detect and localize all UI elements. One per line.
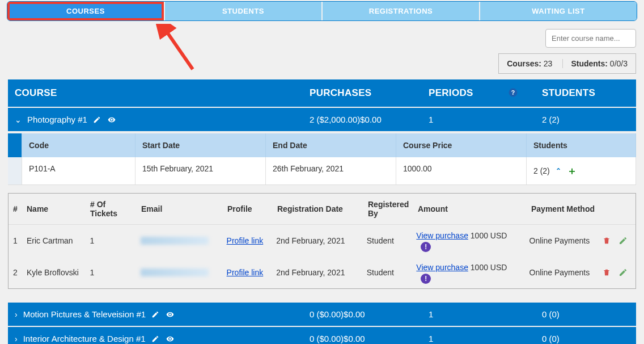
- col-periods: PERIODS ?: [422, 79, 535, 107]
- ih-pay: Payment Method: [527, 198, 600, 220]
- table-row: 1 Eric Cartman 1 Profile link 2nd Februa…: [9, 225, 635, 257]
- tab-courses[interactable]: COURSES: [7, 2, 164, 20]
- view-purchase-link[interactable]: View purchase: [416, 263, 468, 272]
- stats-students-value: 0/0/3: [610, 59, 628, 68]
- period-students: 2 (2): [533, 166, 550, 175]
- pencil-icon[interactable]: [151, 335, 159, 343]
- email-redacted: [141, 237, 209, 245]
- stats-students-label: Students:: [571, 59, 608, 68]
- col-course: COURSE: [8, 79, 303, 107]
- students-value: 0 (0): [535, 327, 636, 344]
- stats-courses-value: 23: [544, 59, 553, 68]
- chevron-right-icon: ›: [15, 334, 18, 343]
- chevron-down-icon: ⌄: [15, 115, 22, 124]
- subcol-end: End Date: [266, 133, 396, 157]
- subcol-code: Code: [22, 133, 135, 157]
- period-code: P101-A: [22, 157, 135, 184]
- course-row-photography[interactable]: ⌄ Photography #1 2 ($2,000.00)$0.00 1 2 …: [8, 107, 636, 131]
- search-input[interactable]: [545, 29, 636, 48]
- col-purchases: PURCHASES: [303, 79, 422, 107]
- eye-icon[interactable]: [107, 116, 117, 124]
- purchases-value: 2 ($2,000.00)$0.00: [303, 108, 422, 131]
- chevron-up-icon[interactable]: ⌃: [556, 167, 561, 175]
- email-redacted: [141, 269, 209, 276]
- purchases-value: 0 ($0.00)$0.00: [303, 327, 422, 344]
- ih-email: Email: [137, 198, 223, 220]
- eye-icon[interactable]: [165, 311, 175, 318]
- view-purchase-link[interactable]: View purchase: [416, 231, 468, 240]
- col-students: STUDENTS: [535, 79, 636, 107]
- chevron-right-icon: ›: [15, 310, 18, 319]
- ih-amount: Amount: [413, 198, 527, 220]
- stats-bar: Courses: 23 Students: 0/0/3: [498, 53, 636, 74]
- table-header: COURSE PURCHASES PERIODS ? STUDENTS: [8, 79, 636, 107]
- ih-profile: Profile: [223, 198, 273, 220]
- pencil-icon[interactable]: [618, 268, 628, 277]
- ih-num: #: [9, 198, 22, 220]
- course-name: Interior Architecture & Design #1: [23, 334, 146, 343]
- ih-date: Registration Date: [273, 198, 363, 220]
- trash-icon[interactable]: [603, 236, 611, 245]
- eye-icon[interactable]: [165, 335, 175, 343]
- students-value: 2 (2): [535, 108, 636, 131]
- ih-tickets: # Of Tickets: [86, 194, 137, 224]
- pencil-icon[interactable]: [618, 236, 628, 245]
- profile-link[interactable]: Profile link: [227, 268, 264, 277]
- stats-courses-label: Courses:: [507, 59, 541, 68]
- table-row: 2 Kyle Broflovski 1 Profile link 2nd Feb…: [9, 257, 635, 288]
- help-icon[interactable]: ?: [508, 87, 518, 98]
- subcol-price: Course Price: [396, 133, 527, 157]
- ih-name: Name: [22, 198, 86, 220]
- tab-waiting-list[interactable]: WAITING LIST: [480, 2, 637, 20]
- course-row-interior[interactable]: › Interior Architecture & Design #1 0 ($…: [8, 326, 636, 344]
- subcol-start: Start Date: [135, 133, 266, 157]
- ih-by: Registered By: [363, 194, 413, 224]
- main-tabs: COURSES STUDENTS REGISTRATIONS WAITING L…: [7, 1, 637, 21]
- period-row: P101-A 15th February, 2021 26th February…: [8, 157, 636, 185]
- subcol-students: Students: [527, 133, 636, 157]
- course-name: Motion Pictures & Televeision #1: [23, 309, 146, 319]
- pencil-icon[interactable]: [151, 311, 159, 318]
- period-end: 26th February, 2021: [266, 157, 396, 184]
- svg-text:?: ?: [511, 89, 515, 96]
- course-name: Photography #1: [27, 115, 87, 124]
- periods-value: 1: [422, 108, 535, 131]
- students-value: 0 (0): [535, 303, 636, 326]
- registrations-table: # Name # Of Tickets Email Profile Regist…: [8, 193, 636, 289]
- tab-registrations[interactable]: REGISTRATIONS: [323, 2, 479, 20]
- trash-icon[interactable]: [603, 268, 611, 277]
- alert-icon[interactable]: !: [421, 274, 431, 284]
- alert-icon[interactable]: !: [421, 242, 431, 252]
- plus-icon[interactable]: ＋: [567, 164, 577, 178]
- pencil-icon[interactable]: [93, 116, 101, 124]
- profile-link[interactable]: Profile link: [227, 236, 264, 245]
- periods-value: 1: [422, 303, 535, 326]
- period-start: 15th February, 2021: [135, 157, 266, 184]
- purchases-value: 0 ($0.00)$0.00: [303, 303, 422, 326]
- period-price: 1000.00: [396, 157, 527, 184]
- course-row-motion[interactable]: › Motion Pictures & Televeision #1 0 ($0…: [8, 301, 636, 326]
- periods-value: 1: [422, 327, 535, 344]
- tab-students[interactable]: STUDENTS: [165, 2, 321, 20]
- sub-header: Code Start Date End Date Course Price St…: [8, 133, 636, 157]
